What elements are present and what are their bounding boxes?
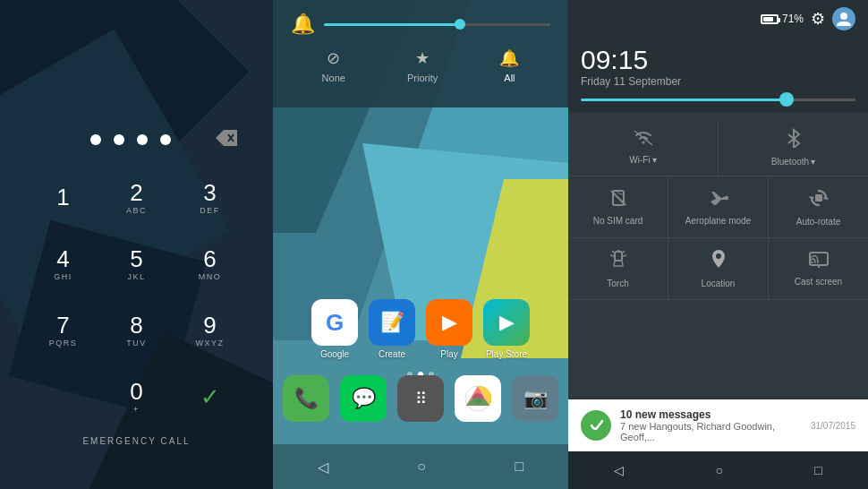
- cast-screen-tile[interactable]: Cast screen: [769, 238, 868, 299]
- home-recents-button[interactable]: □: [515, 459, 524, 475]
- svg-line-14: [622, 251, 625, 253]
- key-8[interactable]: 8 TUV: [101, 298, 173, 363]
- svg-line-12: [623, 255, 626, 256]
- torch-tile[interactable]: Torch: [568, 238, 668, 299]
- autorotate-icon: [809, 188, 829, 212]
- key-6[interactable]: 6 MNO: [174, 232, 246, 296]
- play-icon: ▶: [426, 299, 472, 346]
- app-chrome[interactable]: [455, 375, 501, 422]
- playstore-icon: ▶: [483, 299, 530, 346]
- no-sim-tile[interactable]: No SIM card: [568, 176, 668, 237]
- battery-indicator: 71%: [761, 13, 804, 25]
- key-spacer: [28, 365, 99, 429]
- brightness-thumb: [779, 92, 794, 107]
- svg-rect-8: [815, 194, 822, 202]
- notif-option-none[interactable]: ⊘ None: [322, 48, 345, 83]
- no-sim-icon: [609, 189, 627, 211]
- app-create[interactable]: 📝 Create: [369, 299, 415, 359]
- wifi-label: Wi-Fi: [629, 155, 650, 165]
- notification-shade: 🔔 ⊘ None ★ Priority 🔔 All: [273, 0, 568, 107]
- bell-row: 🔔: [291, 13, 550, 36]
- notification-options: ⊘ None ★ Priority 🔔 All: [291, 48, 550, 83]
- key-9[interactable]: 9 WXYZ: [174, 298, 246, 363]
- sim-row: No SIM card Aeroplane mode: [568, 176, 868, 238]
- home-back-button[interactable]: ◁: [318, 459, 328, 476]
- aeroplane-label: Aeroplane mode: [685, 216, 751, 226]
- app-launcher[interactable]: ⠿: [397, 375, 444, 422]
- qs-recents-button[interactable]: □: [814, 463, 821, 477]
- notif-option-all[interactable]: 🔔 All: [499, 48, 519, 83]
- priority-icon: ★: [415, 48, 430, 68]
- quick-settings-tiles: Wi-Fi ▾ Bluetooth ▾: [568, 112, 868, 399]
- notif-option-priority[interactable]: ★ Priority: [407, 48, 438, 83]
- phone-icon: 📞: [283, 375, 329, 422]
- create-icon: 📝: [369, 299, 415, 346]
- app-icons-row1: G Google 📝 Create ▶ Play ▶ Play Store: [273, 299, 568, 359]
- app-phone[interactable]: 📞: [283, 375, 329, 422]
- key-5[interactable]: 5 JKL: [101, 232, 173, 296]
- settings-icon[interactable]: ⚙: [811, 9, 825, 29]
- launcher-icon: ⠿: [397, 375, 444, 422]
- connectivity-row: Wi-Fi ▾ Bluetooth ▾: [568, 119, 868, 176]
- key-3[interactable]: 3 DEF: [174, 166, 246, 230]
- bluetooth-dropdown-arrow: ▾: [811, 157, 815, 167]
- pin-dot-2: [114, 134, 124, 145]
- autorotate-label: Auto-rotate: [796, 217, 840, 227]
- wifi-tile[interactable]: Wi-Fi ▾: [568, 119, 719, 176]
- key-0[interactable]: 0 +: [101, 365, 173, 429]
- extras-row: Torch Location: [568, 238, 868, 300]
- key-2[interactable]: 2 ABC: [101, 166, 173, 230]
- key-4[interactable]: 4 GHI: [28, 232, 99, 296]
- location-icon: [711, 250, 727, 274]
- notification-content: 10 new messages 7 new Hangouts, Richard …: [620, 408, 802, 442]
- quick-settings-panel: 71% ⚙ 09:15 Friday 11 September: [568, 0, 868, 489]
- google-icon: G: [311, 299, 358, 346]
- pin-dot-1: [90, 134, 101, 145]
- keypad: 1 2 ABC 3 DEF 4 GHI 5 JKL 6 MNO: [28, 166, 246, 429]
- emergency-call-label[interactable]: EMERGENCY CALL: [82, 436, 190, 446]
- backspace-icon[interactable]: [216, 130, 237, 146]
- camera-icon: 📷: [512, 375, 558, 422]
- location-tile[interactable]: Location: [668, 238, 769, 299]
- wifi-icon: [634, 130, 653, 150]
- aeroplane-tile[interactable]: Aeroplane mode: [668, 176, 769, 237]
- clock: 09:15: [581, 45, 855, 75]
- key-1[interactable]: 1: [28, 166, 99, 230]
- battery-fill: [763, 17, 773, 21]
- brightness-slider[interactable]: [581, 99, 855, 101]
- bell-icon: 🔔: [291, 13, 315, 36]
- date-display: Friday 11 September: [581, 75, 855, 88]
- notification-body: 7 new Hangouts, Richard Goodwin, Geoff,.…: [620, 421, 802, 442]
- battery-icon: [761, 14, 779, 24]
- home-home-button[interactable]: ○: [417, 459, 426, 475]
- home-nav-bar: ◁ ○ □: [273, 444, 568, 489]
- bluetooth-label: Bluetooth: [771, 157, 809, 167]
- user-avatar[interactable]: [832, 7, 855, 30]
- wifi-dropdown-arrow: ▾: [652, 155, 657, 165]
- lock-content: 1 2 ABC 3 DEF 4 GHI 5 JKL 6 MNO: [0, 0, 273, 489]
- pin-dot-3: [137, 134, 148, 145]
- qs-home-button[interactable]: ○: [716, 463, 723, 477]
- autorotate-tile[interactable]: Auto-rotate: [769, 176, 868, 237]
- bluetooth-tile[interactable]: Bluetooth ▾: [719, 119, 868, 176]
- torch-label: Torch: [607, 279, 628, 288]
- pin-dot-4: [160, 134, 171, 145]
- app-play-store[interactable]: ▶ Play Store: [483, 299, 530, 359]
- qs-back-button[interactable]: ◁: [614, 463, 624, 477]
- key-7[interactable]: 7 PQRS: [28, 298, 99, 363]
- bluetooth-icon: [787, 128, 801, 152]
- hangouts-icon: 💬: [340, 375, 387, 422]
- no-sim-label: No SIM card: [593, 216, 643, 226]
- app-play[interactable]: ▶ Play: [426, 299, 472, 359]
- app-hangouts[interactable]: 💬: [340, 375, 387, 422]
- cast-screen-icon: [809, 252, 829, 272]
- app-google[interactable]: G Google: [311, 299, 358, 359]
- key-confirm[interactable]: ✓: [174, 365, 246, 429]
- all-icon: 🔔: [499, 48, 519, 68]
- notification-slider[interactable]: [324, 23, 550, 26]
- notification-title: 10 new messages: [620, 408, 802, 421]
- pin-display: [0, 130, 273, 150]
- notification-card[interactable]: 10 new messages 7 new Hangouts, Richard …: [568, 399, 868, 451]
- app-camera[interactable]: 📷: [512, 375, 558, 422]
- notification-app-icon: [581, 410, 611, 441]
